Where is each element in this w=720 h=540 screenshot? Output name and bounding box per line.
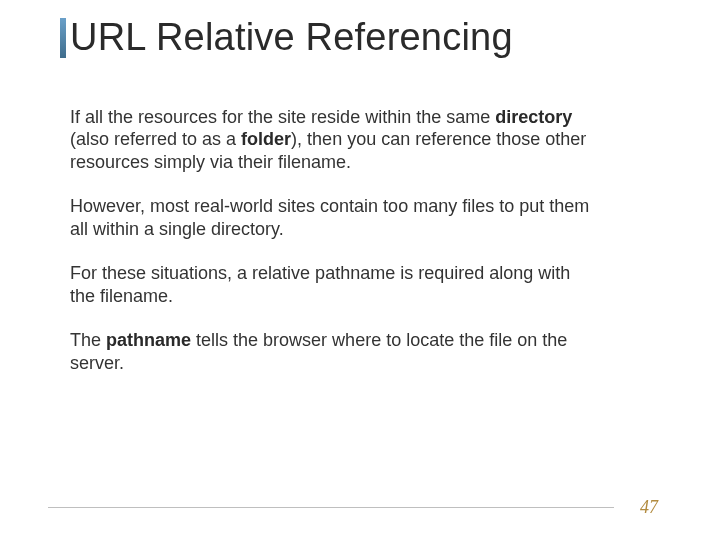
title-block: URL Relative Referencing [60,18,660,58]
text-segment: (also referred to as a [70,129,241,149]
bold-folder: folder [241,129,291,149]
paragraph-3: For these situations, a relative pathnam… [70,262,590,307]
bold-directory: directory [495,107,572,127]
page-number: 47 [640,497,658,518]
text-segment: The [70,330,106,350]
slide: URL Relative Referencing If all the reso… [0,0,720,540]
body-text: If all the resources for the site reside… [60,106,590,375]
text-segment: If all the resources for the site reside… [70,107,495,127]
paragraph-1: If all the resources for the site reside… [70,106,590,174]
paragraph-4: The pathname tells the browser where to … [70,329,590,374]
bold-pathname: pathname [106,330,191,350]
footer-rule [48,507,614,508]
paragraph-2: However, most real-world sites contain t… [70,195,590,240]
slide-title: URL Relative Referencing [70,18,513,58]
accent-bar [60,18,66,58]
